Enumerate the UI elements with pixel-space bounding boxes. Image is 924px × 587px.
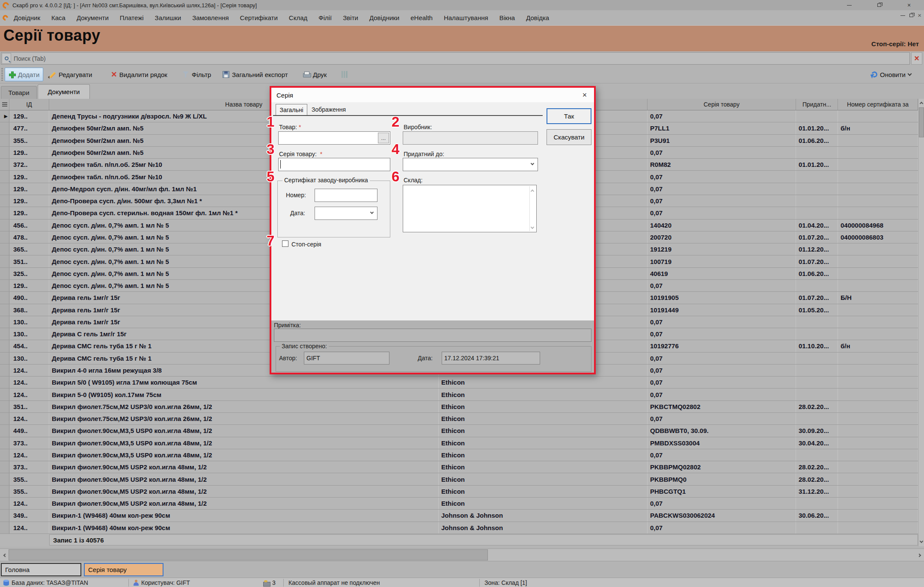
table-row[interactable]: 351..Викрил фиолет.75см,М2 USP3/0 кол.иг… xyxy=(0,401,924,413)
cell-series: 0,07 xyxy=(648,183,796,195)
delete-row-button[interactable]: × Видалити рядок xyxy=(108,68,171,81)
menu-item-4[interactable]: Залишки xyxy=(149,14,187,21)
cell-cert xyxy=(838,510,918,521)
export-button[interactable]: Загальний експорт xyxy=(219,68,291,81)
cancel-button[interactable]: Скасувати xyxy=(547,129,591,145)
menu-item-13[interactable]: Вікна xyxy=(494,14,521,21)
note-field[interactable] xyxy=(274,329,591,342)
menu-item-9[interactable]: Звіти xyxy=(337,14,364,21)
menu-item-10[interactable]: Довідники xyxy=(364,14,405,21)
search-icon-button[interactable] xyxy=(2,53,11,64)
menu-item-3[interactable]: Платежі xyxy=(114,14,149,21)
close-button[interactable]: × xyxy=(894,0,924,10)
product-field[interactable]: ... xyxy=(278,131,390,145)
header-series[interactable]: Серія товару xyxy=(648,99,796,110)
print-button[interactable]: Друк xyxy=(300,68,330,81)
dialog-tab-underline xyxy=(273,115,543,116)
vertical-scroll-thumb[interactable] xyxy=(919,107,924,137)
scroll-down-button[interactable] xyxy=(918,538,924,545)
product-browse-button[interactable]: ... xyxy=(378,133,389,143)
search-input[interactable]: Поиск (Tab) xyxy=(1,52,910,65)
table-row[interactable]: 124..Викрил 5-0 (W9105) кол.17мм 75смEth… xyxy=(0,388,924,400)
menu-item-8[interactable]: Філії xyxy=(313,14,337,21)
table-row[interactable]: 355..Викрил фиолет.90см,М5 USP2 кол.игла… xyxy=(0,486,924,498)
add-button[interactable]: Додати xyxy=(5,68,43,81)
refresh-button[interactable]: Оновити xyxy=(868,68,915,81)
row-marker xyxy=(0,388,9,400)
scroll-right-button[interactable] xyxy=(915,549,924,561)
record-counter: Запис 1 із 40576 xyxy=(53,537,104,544)
textarea-scrollbar[interactable] xyxy=(529,186,535,231)
menu-item-11[interactable]: eHealth xyxy=(405,14,438,21)
table-row[interactable]: 373..Викрил фиолет.90см,М5 USP2 кол.игла… xyxy=(0,461,924,473)
table-row[interactable]: 124..Викрил-1 (W9468) 40мм кол-реж 90смJ… xyxy=(0,522,924,534)
window-tab-seriya-tovaru[interactable]: Серія товару xyxy=(84,563,163,576)
table-row[interactable]: 124..Викрил фиолет.75см,М2 USP3/0 кол.иг… xyxy=(0,413,924,425)
scroll-up-button[interactable] xyxy=(918,99,924,107)
mdi-restore-icon[interactable] xyxy=(909,14,913,17)
filter-button[interactable]: Фільтр xyxy=(179,68,214,81)
header-row-marker[interactable] xyxy=(0,99,9,110)
scroll-left-button[interactable] xyxy=(0,549,9,561)
cell-cert xyxy=(838,110,918,122)
chevron-down-icon xyxy=(370,210,374,214)
dialog-tab-zobrazhennya[interactable]: Зображення xyxy=(307,104,350,115)
header-id[interactable]: ІД xyxy=(9,99,49,110)
tab-tovary[interactable]: Товари xyxy=(1,86,37,99)
menu-item-6[interactable]: Сертифікати xyxy=(235,14,283,21)
columns-button[interactable] xyxy=(338,68,351,81)
add-label: Додати xyxy=(18,71,39,78)
cell-name: Викрил фиолет.90см,М5 USP2 кол.игла 48мм… xyxy=(49,461,439,473)
horizontal-scrollbar[interactable] xyxy=(0,548,924,561)
valid-until-combo[interactable] xyxy=(403,158,538,171)
table-row[interactable]: 124..Викрил 5/0 ( W9105) игла 17мм колющ… xyxy=(0,377,924,388)
cert-date-combo[interactable] xyxy=(315,207,377,220)
cell-valid xyxy=(796,110,838,122)
cell-manu: Ethicon xyxy=(439,486,648,497)
menu-item-0[interactable]: Довідник xyxy=(8,14,46,21)
stock-textarea[interactable] xyxy=(403,185,537,232)
cell-manu: Johnson & Johnson xyxy=(439,510,648,521)
cert-number-field[interactable] xyxy=(315,189,377,202)
header-certificate[interactable]: Номер сертифіката за xyxy=(838,99,918,110)
mdi-close-icon[interactable]: × xyxy=(918,13,921,18)
horizontal-scroll-thumb[interactable] xyxy=(9,549,488,560)
menu-item-1[interactable]: Каса xyxy=(46,14,71,21)
ok-button[interactable]: Так xyxy=(547,108,591,124)
search-clear-button[interactable]: × xyxy=(911,52,922,65)
cell-cert: 040000084968 xyxy=(838,219,918,231)
window-tab-holovna[interactable]: Головна xyxy=(1,563,81,576)
dialog-tab-zahalni[interactable]: Загальні xyxy=(276,104,307,115)
header-valid-until[interactable]: Придатн... xyxy=(796,99,838,110)
title-bar: Скарб pro v. 4.0.0.2 [ІД: ] - [Апт №003 … xyxy=(0,0,924,10)
stop-series-checkbox[interactable] xyxy=(282,240,288,247)
required-asterisk: * xyxy=(320,151,322,157)
menu-item-2[interactable]: Документи xyxy=(71,14,114,21)
edit-button[interactable]: Редагувати xyxy=(45,68,96,81)
table-row[interactable]: 124..Викрил фиолет.90см,М3,5 USP0 кол.иг… xyxy=(0,449,924,461)
minimize-button[interactable] xyxy=(834,0,864,10)
table-row[interactable]: 449..Викрил фиолет.90см,М3,5 USP0 кол.иг… xyxy=(0,425,924,437)
tab-dokumenty[interactable]: Документи xyxy=(38,84,90,99)
menu-item-5[interactable]: Замовлення xyxy=(187,14,234,21)
toolbar-grip[interactable] xyxy=(1,68,3,81)
cell-id: 365.. xyxy=(9,243,49,255)
stop-series-label: Стоп-серія xyxy=(291,241,321,248)
annotation-2: 2 xyxy=(392,114,399,130)
table-row[interactable]: 124..Викрил фиолет.90см,М5 USP2 кол.игла… xyxy=(0,498,924,510)
menu-item-12[interactable]: Налаштування xyxy=(438,14,494,21)
cell-id: 454.. xyxy=(9,340,49,352)
vertical-scrollbar[interactable] xyxy=(918,99,924,546)
menu-item-7[interactable]: Склад xyxy=(283,14,313,21)
cell-valid: 28.02.20... xyxy=(796,461,838,473)
series-field[interactable] xyxy=(278,158,390,171)
table-row[interactable]: 373..Викрил фиолет.90см,М3,5 USP0 кол.иг… xyxy=(0,437,924,449)
table-row[interactable]: 349..Викрил-1 (W9468) 40мм кол-реж 90смJ… xyxy=(0,510,924,522)
table-row[interactable]: 355..Викрил фиолет.90см,М5 USP2 кол.игла… xyxy=(0,473,924,485)
mdi-minimize-icon[interactable] xyxy=(900,15,905,16)
cell-valid: 30.06.20... xyxy=(796,510,838,521)
menu-item-14[interactable]: Довідка xyxy=(520,14,555,21)
dialog-close-button[interactable]: × xyxy=(579,89,591,101)
series-label: Серія товару: * xyxy=(279,151,322,157)
restore-button[interactable] xyxy=(864,0,894,10)
